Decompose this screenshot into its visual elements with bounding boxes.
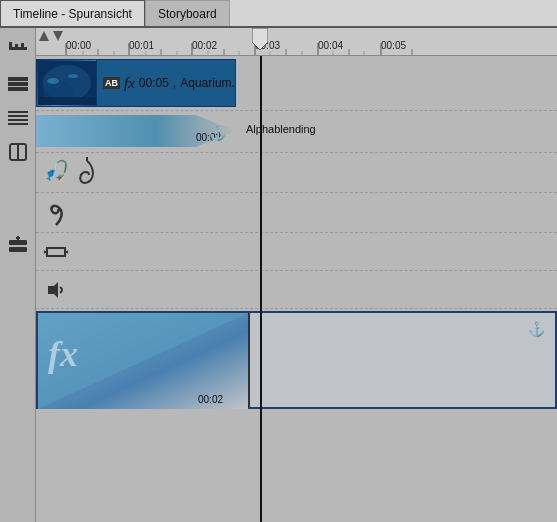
svg-rect-14 xyxy=(9,247,27,252)
svg-rect-10 xyxy=(8,123,28,125)
fx-label: fx xyxy=(124,75,135,92)
right-panel: 00:00 00:01 00:02 00:03 00:04 00:05 xyxy=(36,28,557,522)
svg-rect-2 xyxy=(15,44,18,47)
tab-storyboard[interactable]: Storyboard xyxy=(145,0,230,26)
zoomer-clip[interactable]: fx 00:02 xyxy=(38,313,248,409)
playhead-marker[interactable] xyxy=(252,28,268,56)
ruler-ticks xyxy=(36,28,557,55)
swirl-icon xyxy=(36,197,68,229)
toggle2-icon[interactable] xyxy=(4,104,32,132)
zoomer-anchor-icon: ⚓ xyxy=(528,321,545,337)
ruler-icon[interactable] xyxy=(4,36,32,64)
anchor-icon: ⚓ xyxy=(209,125,226,141)
snap-icon xyxy=(38,30,50,42)
svg-rect-1 xyxy=(9,42,12,47)
split-icon[interactable] xyxy=(4,138,32,166)
speaker-track xyxy=(36,271,557,309)
svg-rect-5 xyxy=(8,82,28,86)
clip-time-name: 00:05 xyxy=(139,76,169,90)
svg-rect-45 xyxy=(38,97,96,105)
svg-rect-13 xyxy=(9,240,27,245)
svg-rect-49 xyxy=(47,248,65,256)
transition-label: Alphablending xyxy=(246,123,316,135)
zoomer-time: 00:02 xyxy=(198,394,223,405)
svg-marker-52 xyxy=(44,250,45,254)
video-track: AB fx 00:05, Aquarium.jpg xyxy=(36,56,557,111)
svg-rect-0 xyxy=(9,47,27,50)
svg-marker-54 xyxy=(48,282,58,298)
transition-track: 00:02 Alphablending ⚓ xyxy=(36,111,557,153)
svg-rect-8 xyxy=(8,115,28,117)
svg-rect-9 xyxy=(8,119,28,121)
zoomer-divider xyxy=(248,313,250,407)
svg-marker-17 xyxy=(39,31,49,41)
transition-clip[interactable]: 00:02 Alphablending ⚓ xyxy=(36,115,236,147)
timeline-container: 00:00 00:01 00:02 00:03 00:04 00:05 xyxy=(0,28,557,522)
hook-icon: 🎣 xyxy=(36,157,99,189)
transition-shape: 00:02 xyxy=(36,115,236,147)
video-thumbnail xyxy=(37,60,97,106)
tab-bar: Timeline - Spuransicht Storyboard xyxy=(0,0,557,28)
expand-track xyxy=(36,233,557,271)
svg-point-46 xyxy=(47,78,59,84)
svg-marker-18 xyxy=(53,31,63,41)
swirl-track xyxy=(36,193,557,233)
ab-icon: AB xyxy=(103,77,120,89)
svg-rect-6 xyxy=(8,87,28,91)
video-clip[interactable]: AB fx 00:05, Aquarium.jpg xyxy=(36,59,236,107)
svg-marker-41 xyxy=(252,28,268,50)
left-panel xyxy=(0,28,36,522)
expand-icon xyxy=(36,240,68,264)
toggle1-icon[interactable] xyxy=(4,70,32,98)
svg-rect-7 xyxy=(8,111,28,113)
speaker-icon xyxy=(36,278,68,302)
svg-point-47 xyxy=(68,74,78,78)
tracks-area: AB fx 00:05, Aquarium.jpg 00:02 Alphable… xyxy=(36,56,557,522)
clip-info: AB fx 00:05, Aquarium.jpg xyxy=(97,75,236,92)
ruler: 00:00 00:01 00:02 00:03 00:04 00:05 xyxy=(36,28,557,56)
add-track-icon[interactable] xyxy=(4,232,32,260)
tab-spuransicht[interactable]: Timeline - Spuransicht xyxy=(0,0,145,26)
clip-name-text: Aquarium.jpg xyxy=(180,76,236,90)
hook-track: 🎣 xyxy=(36,153,557,193)
zoomer-fx-label: fx xyxy=(48,333,78,375)
svg-rect-3 xyxy=(21,43,24,47)
snap2-icon xyxy=(52,30,64,42)
svg-marker-53 xyxy=(67,250,68,254)
svg-rect-4 xyxy=(8,77,28,81)
zoomer-track: Zoomer xyxy=(36,311,557,409)
clip-filename: , xyxy=(173,76,176,90)
